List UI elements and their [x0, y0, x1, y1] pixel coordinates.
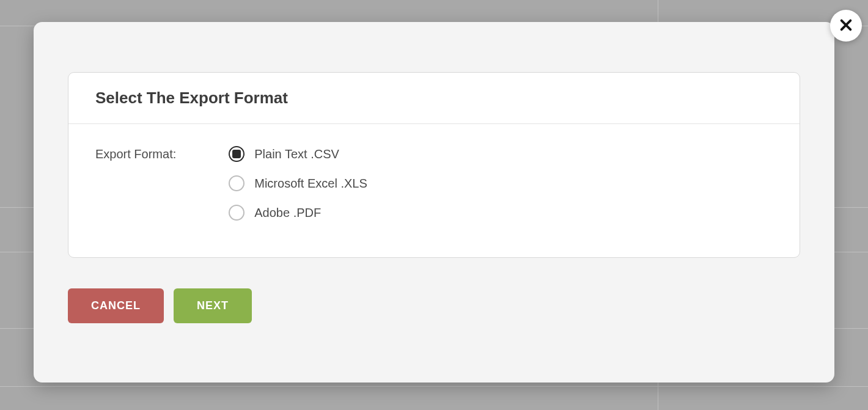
radio-option-pdf[interactable]: Adobe .PDF [229, 205, 367, 221]
export-format-radio-group: Plain Text .CSV Microsoft Excel .XLS Ado… [229, 146, 367, 221]
radio-label: Microsoft Excel .XLS [254, 177, 367, 191]
radio-option-xls[interactable]: Microsoft Excel .XLS [229, 175, 367, 191]
card-title: Select The Export Format [95, 89, 773, 108]
modal-actions: CANCEL NEXT [68, 288, 800, 323]
export-format-card: Select The Export Format Export Format: … [68, 72, 800, 258]
radio-label: Adobe .PDF [254, 206, 321, 220]
card-header: Select The Export Format [68, 73, 800, 124]
radio-label: Plain Text .CSV [254, 147, 339, 161]
radio-icon [229, 146, 245, 162]
radio-option-csv[interactable]: Plain Text .CSV [229, 146, 367, 162]
close-icon [839, 18, 853, 34]
next-button[interactable]: NEXT [174, 288, 252, 323]
export-modal: Select The Export Format Export Format: … [34, 22, 834, 383]
field-label: Export Format: [95, 146, 176, 221]
radio-icon [229, 175, 245, 191]
cancel-button[interactable]: CANCEL [68, 288, 164, 323]
close-button[interactable] [830, 10, 862, 42]
card-body: Export Format: Plain Text .CSV Microsoft… [68, 124, 800, 257]
radio-icon [229, 205, 245, 221]
